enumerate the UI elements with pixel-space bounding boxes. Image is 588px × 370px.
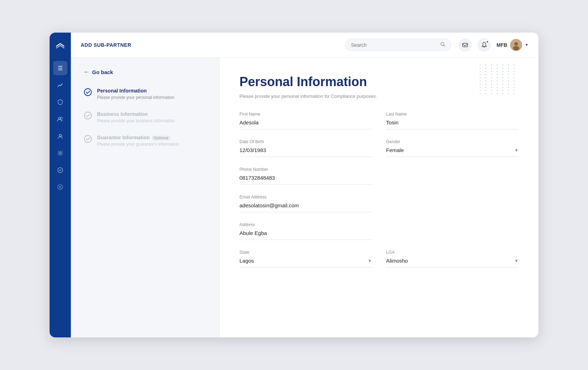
phone-row: Phone Number 081732848483	[239, 167, 519, 185]
bell-icon-btn[interactable]	[477, 38, 491, 52]
state-select[interactable]: Lagos ▼	[239, 258, 372, 268]
step-guarantor-icon	[84, 135, 92, 147]
go-back-label: Go back	[92, 69, 113, 75]
sidebar-icon-shield[interactable]	[53, 95, 67, 109]
state-value: Lagos	[239, 258, 254, 264]
gender-chevron-icon: ▼	[514, 148, 519, 153]
phone-spacer	[386, 167, 519, 185]
svg-point-12	[84, 112, 91, 119]
step-personal-subtitle: Please provide your personal information	[97, 95, 174, 100]
last-name-label: Last Name	[386, 112, 519, 117]
user-profile[interactable]: MFB ▼	[497, 39, 528, 51]
svg-point-3	[60, 152, 61, 154]
state-label: State	[239, 250, 372, 255]
svg-point-13	[84, 135, 91, 142]
step-personal-text: Personal Information Please provide your…	[97, 88, 174, 100]
svg-point-0	[58, 117, 61, 119]
state-chevron-icon: ▼	[368, 258, 372, 263]
user-avatar	[510, 39, 522, 51]
svg-point-9	[514, 42, 518, 46]
page-content: ← Go back Personal Information Please pr…	[71, 57, 538, 337]
lga-label: LGA	[386, 250, 519, 255]
step-personal-title: Personal Information	[97, 88, 174, 94]
phone-label: Phone Number	[239, 167, 372, 172]
main-area: ADD SUB-PARTNER	[71, 33, 538, 337]
step-business-text: Business Information Please provide your…	[97, 111, 175, 123]
lga-chevron-icon: ▼	[514, 258, 519, 263]
optional-badge: Optional	[152, 136, 171, 140]
svg-point-1	[61, 117, 63, 119]
phone-value[interactable]: 081732848483	[239, 175, 372, 185]
sidebar-logo	[54, 40, 67, 52]
dob-value[interactable]: 12/03/1983	[239, 147, 372, 157]
svg-rect-7	[463, 43, 468, 47]
lga-select[interactable]: Alimosho ▼	[386, 258, 519, 268]
notification-badge	[486, 40, 489, 43]
lga-group: LGA Alimosho ▼	[386, 250, 519, 268]
first-name-value[interactable]: Adesola	[239, 119, 372, 129]
form-title: Personal Information	[239, 74, 519, 89]
gender-group: Gender Female ▼	[386, 139, 519, 157]
address-label: Address	[239, 222, 372, 227]
phone-group: Phone Number 081732848483	[239, 167, 372, 185]
first-name-label: First Name	[239, 112, 372, 117]
app-window: ☰	[50, 33, 538, 337]
sidebar-icon-users[interactable]	[53, 112, 67, 126]
step-guarantor[interactable]: Guarantor InformationOptional Please pro…	[84, 135, 207, 147]
step-guarantor-text: Guarantor InformationOptional Please pro…	[97, 135, 179, 147]
sidebar: ☰	[50, 33, 71, 337]
sidebar-icon-check[interactable]	[53, 163, 67, 177]
search-icon	[440, 42, 445, 48]
svg-point-10	[513, 46, 519, 50]
sidebar-icon-analytics[interactable]	[53, 78, 67, 92]
last-name-value[interactable]: Tosin	[386, 119, 519, 129]
right-panel: const dots = document.querySelector('.do…	[220, 57, 538, 337]
search-bar[interactable]	[345, 39, 451, 51]
step-guarantor-title: Guarantor InformationOptional	[97, 135, 179, 140]
sidebar-icon-menu[interactable]: ☰	[53, 61, 67, 75]
left-panel: ← Go back Personal Information Please pr…	[71, 57, 220, 337]
user-chevron-icon: ▼	[525, 43, 528, 47]
email-group: Email Address adesolatosin@gmail.com	[239, 195, 372, 212]
user-label: MFB	[497, 42, 507, 48]
address-value[interactable]: Abule Egba	[239, 230, 372, 240]
address-spacer	[386, 222, 519, 240]
email-row: Email Address adesolatosin@gmail.com	[239, 195, 519, 212]
dob-label: Date Of Birth	[239, 139, 372, 144]
dot-pattern: const dots = document.querySelector('.do…	[480, 65, 517, 94]
step-guarantor-subtitle: Please provide your guarantor's informat…	[97, 142, 179, 147]
topnav: ADD SUB-PARTNER	[71, 33, 538, 57]
page-title: ADD SUB-PARTNER	[81, 42, 338, 48]
dob-group: Date Of Birth 12/03/1983	[239, 139, 372, 157]
first-name-group: First Name Adesola	[239, 112, 372, 129]
name-row: First Name Adesola Last Name Tosin	[239, 112, 519, 129]
svg-point-11	[84, 89, 91, 96]
back-arrow-icon: ←	[84, 69, 89, 75]
email-spacer	[386, 195, 519, 212]
step-personal-icon	[84, 88, 92, 100]
mail-icon-btn[interactable]	[458, 38, 472, 52]
svg-point-2	[59, 134, 61, 136]
step-business-title: Business Information	[97, 111, 175, 117]
step-personal[interactable]: Personal Information Please provide your…	[84, 88, 207, 100]
sidebar-icon-settings[interactable]	[53, 146, 67, 160]
dob-gender-row: Date Of Birth 12/03/1983 Gender Female ▼	[239, 139, 519, 157]
last-name-group: Last Name Tosin	[386, 112, 519, 129]
search-input[interactable]	[351, 42, 437, 48]
address-row: Address Abule Egba	[239, 222, 519, 240]
form-subtitle: Please provide your personal information…	[239, 94, 519, 99]
state-lga-row: State Lagos ▼ LGA Alimosho ▼	[239, 250, 519, 268]
topnav-actions: MFB ▼	[458, 38, 528, 52]
step-business[interactable]: Business Information Please provide your…	[84, 111, 207, 123]
sidebar-icon-person[interactable]	[53, 129, 67, 143]
email-label: Email Address	[239, 195, 372, 200]
sidebar-icon-x[interactable]	[53, 180, 67, 194]
step-business-subtitle: Please provide your business information	[97, 118, 175, 123]
address-group: Address Abule Egba	[239, 222, 372, 240]
go-back-button[interactable]: ← Go back	[84, 69, 207, 75]
email-value[interactable]: adesolatosin@gmail.com	[239, 202, 372, 212]
state-group: State Lagos ▼	[239, 250, 372, 268]
gender-value: Female	[386, 147, 404, 153]
gender-select[interactable]: Female ▼	[386, 147, 519, 157]
step-business-icon	[84, 111, 92, 123]
